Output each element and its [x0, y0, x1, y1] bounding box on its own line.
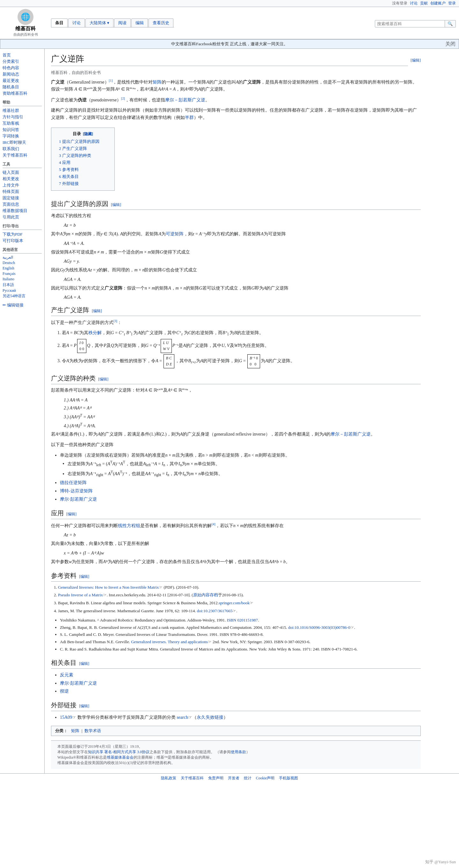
sidebar-item-irc[interactable]: IRC即时聊天: [3, 140, 42, 146]
ref-1[interactable]: [1]: [109, 79, 113, 82]
sidebar-item-category-index[interactable]: 分类索引: [3, 58, 42, 65]
cat-item-math-term[interactable]: 数学术语: [85, 728, 101, 733]
ref-item-2: Pseudo Inverse of a Matrix☞. Inst.eecs.b…: [58, 592, 421, 598]
section-2-edit[interactable]: [编辑]: [92, 308, 102, 314]
logo-icon: 🌐: [18, 9, 33, 25]
top-bar: 没有登录 讨论 贡献 创建账户 登录: [0, 0, 459, 7]
ref-2[interactable]: [2]: [121, 97, 125, 100]
section-header-1: 提出广义逆阵的原因 [编辑]: [51, 199, 421, 210]
sidebar-lang-german[interactable]: Deutsch: [3, 260, 42, 266]
sec2-intro: 以下是一种产生广义逆阵的方式[3]：: [51, 318, 421, 326]
sidebar-item-convert[interactable]: 字词转换: [3, 133, 42, 140]
sidebar-lang-english[interactable]: English: [3, 266, 42, 271]
sec2-item-3: 3. 令A为秩为r的矩阵，在不失一般性的情形下，令A = B CD E，其中Br…: [57, 354, 421, 368]
sidebar-item-contact[interactable]: 联系我们: [3, 146, 42, 152]
tab-variant[interactable]: 大陆简体 ▾: [86, 19, 113, 27]
section-7-edit[interactable]: [编辑]: [79, 704, 89, 709]
sidebar-edit-links: ✏ 编辑链接: [3, 302, 42, 308]
tab-history[interactable]: 查看历史: [149, 19, 173, 27]
sidebar-lang-japanese[interactable]: 日本語: [3, 282, 42, 288]
sidebar-item-cite[interactable]: 引用此页: [3, 214, 42, 220]
sidebar-item-relchanges[interactable]: 相关更改: [3, 176, 42, 182]
sidebar-item-policy[interactable]: 方针与指引: [3, 114, 42, 120]
section-6-edit[interactable]: [编辑]: [79, 661, 89, 666]
create-account-link[interactable]: 创建账户: [430, 1, 446, 6]
tab-discussion[interactable]: 讨论: [68, 19, 85, 27]
term-bold: 广义逆: [51, 80, 64, 85]
sidebar-tools: 工具 链入页面 相关更改 上传文件 特殊页面 固定链接 页面信息 维基数据项目 …: [3, 162, 42, 220]
tab-edit[interactable]: 编辑: [131, 19, 148, 27]
sidebar-item-upload[interactable]: 上传文件: [3, 182, 42, 188]
section-3-edit[interactable]: [编辑]: [98, 377, 108, 382]
sidebar-item-help-desk[interactable]: 互助客栈: [3, 120, 42, 127]
footer-disclaimer[interactable]: 免责声明: [208, 776, 224, 781]
sidebar-item-featured[interactable]: 特色内容: [3, 65, 42, 71]
sidebar-item-random[interactable]: 随机条目: [3, 84, 42, 90]
tab-read[interactable]: 阅读: [114, 19, 131, 27]
footer-developers[interactable]: 开发者: [228, 776, 239, 781]
sidebar-lang-russian[interactable]: Русский: [3, 288, 42, 293]
discussion-link[interactable]: 讨论: [410, 1, 418, 6]
contribution-link[interactable]: 贡献: [420, 1, 428, 6]
sidebar-item-recent[interactable]: 最近更改: [3, 78, 42, 84]
tab-article[interactable]: 条目: [51, 19, 68, 27]
notice-close-button[interactable]: 关闭: [445, 41, 456, 48]
login-link[interactable]: 登录: [448, 1, 456, 6]
tabs-and-search: 条目 讨论 大陆简体 ▾ 阅读 编辑 查看历史 🔍: [48, 19, 456, 27]
related-item-2: 摩尔·彭若斯广义逆: [60, 680, 421, 687]
sidebar-lang-italian[interactable]: Italiano: [3, 276, 42, 282]
toc-item-5: 5 参考资料: [56, 166, 110, 173]
sidebar-item-pageinfo[interactable]: 页面信息: [3, 201, 42, 208]
sidebar-item-qa[interactable]: 知识问答: [3, 127, 42, 133]
ref-3[interactable]: [3]: [113, 319, 117, 323]
sidebar-lang-arabic[interactable]: العربية: [3, 255, 42, 260]
section-header-7: 外部链接 [编辑]: [51, 701, 421, 711]
toc-item-3: 3 广义逆阵的种类: [56, 152, 110, 159]
moore-penrose-link[interactable]: 摩尔－彭若斯广义逆: [165, 98, 205, 102]
toc-toggle[interactable]: [隐藏]: [83, 132, 93, 136]
section-4-edit[interactable]: [编辑]: [66, 512, 76, 517]
search-button[interactable]: 🔍: [445, 20, 456, 27]
sidebar-item-community[interactable]: 维基社群: [3, 107, 42, 114]
section-1-edit[interactable]: [编辑]: [111, 202, 121, 208]
logo-area: 🌐 维基百科 自由的百科全书: [3, 9, 48, 37]
footer-cookie[interactable]: Cookie声明: [256, 776, 275, 781]
sidebar-edit-links-btn[interactable]: ✏ 编辑链接: [3, 302, 42, 308]
toc-item-2: 2 产生广义逆阵: [56, 145, 110, 152]
sec3-intro: 彭若斯条件可以用来定义不同的广义逆阵：针对A ∈ ℝⁿˣᵐ及Aᵍ ∈ ℝᵐˣⁿ，: [51, 387, 421, 394]
ref-4[interactable]: [4]: [211, 522, 216, 526]
sidebar-item-about[interactable]: 关于维基百科: [3, 152, 42, 158]
sidebar-help-title: 帮助: [3, 100, 42, 106]
footer-mobile[interactable]: 手机版视图: [279, 776, 298, 781]
sec4-para2: 其向量b为未知数，向量b为常数，以下是所有的解: [51, 540, 421, 547]
sidebar-more-langs[interactable]: 另还54种语言: [3, 294, 26, 298]
formula-agy: AGy = y.: [64, 259, 421, 264]
site-tagline: 自由的百科全书: [13, 32, 38, 37]
references: Generalized Inverses: How to Invert a No…: [51, 584, 421, 653]
footer-stats[interactable]: 统计: [244, 776, 252, 781]
sidebar-item-whatlinks[interactable]: 链入页面: [3, 169, 42, 176]
matrix-link[interactable]: 矩阵: [153, 80, 162, 85]
sidebar-item-print[interactable]: 可打印版本: [3, 238, 42, 244]
footer-about[interactable]: 关于维基百科: [181, 776, 204, 781]
sidebar-lang-french[interactable]: Français: [3, 271, 42, 276]
sidebar-item-permlink[interactable]: 固定链接: [3, 195, 42, 201]
sidebar-nav: 首页 分类索引 特色内容 新闻动态 最近更改 随机条目 资助维基百科: [3, 52, 42, 97]
sidebar-item-news[interactable]: 新闻动态: [3, 71, 42, 78]
sidebar-item-wikidata[interactable]: 维基数据项目: [3, 208, 42, 214]
semigroup-link[interactable]: 半群: [185, 115, 194, 120]
formula-aa-inv: AA⁻¹A = A.: [64, 241, 421, 246]
section-5-edit[interactable]: [编辑]: [79, 574, 89, 580]
content-area: 广义逆阵 [编辑] 维基百科，自由的百科全书 广义逆（Generalized i…: [45, 49, 427, 773]
sidebar-item-special[interactable]: 特殊页面: [3, 188, 42, 195]
sec1-para2: 假设矩阵A不可逆或是n ≠ m，需要一个适合的m × m矩阵G使得下式成立: [51, 249, 421, 256]
search-input[interactable]: [375, 20, 445, 27]
section-header-2: 产生广义逆阵 [编辑]: [51, 306, 421, 316]
sidebar-item-pdf[interactable]: 下载为PDF: [3, 231, 42, 238]
sidebar-item-donate[interactable]: 资助维基百科: [3, 90, 42, 97]
sidebar-item-home[interactable]: 首页: [3, 52, 42, 58]
cat-item-matrix[interactable]: 矩阵: [71, 728, 79, 733]
footer-privacy[interactable]: 隐私政策: [161, 776, 176, 781]
ref-extra-4: Adi Ben-Israel and Thomas N.E. Greville.…: [60, 639, 421, 645]
page-title-edit-link[interactable]: [编辑]: [411, 58, 421, 63]
